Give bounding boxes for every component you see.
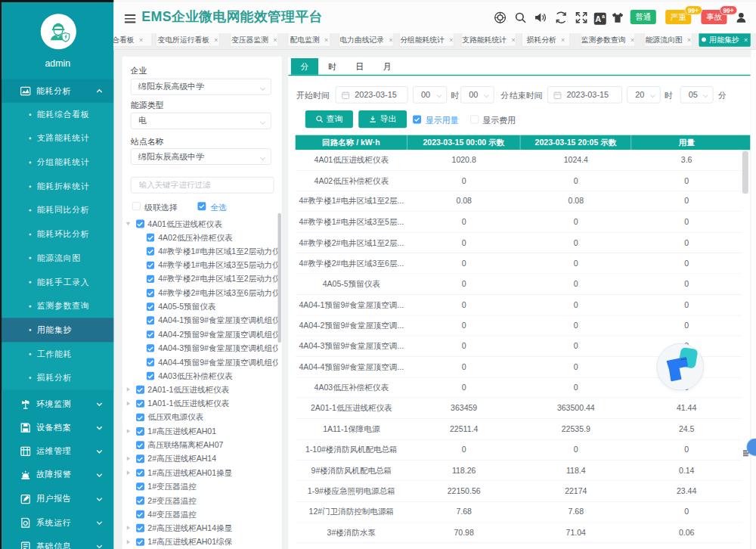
svg-text:a: a bbox=[602, 14, 605, 19]
svg-text:A: A bbox=[595, 14, 601, 23]
